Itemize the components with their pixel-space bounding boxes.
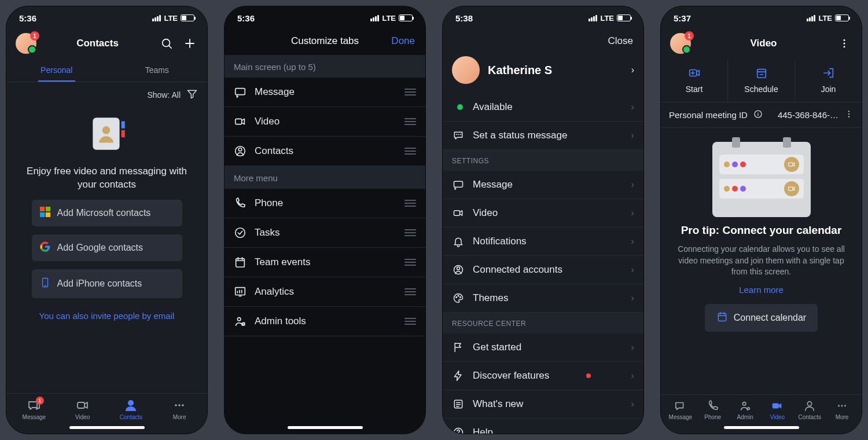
sheet-header: Close (443, 27, 643, 49)
nav-phone[interactable]: Phone (698, 399, 727, 420)
video-icon (452, 207, 465, 219)
nav-video[interactable]: Video (763, 399, 792, 420)
svg-point-22 (237, 318, 241, 321)
svg-rect-15 (236, 89, 245, 95)
nav-more[interactable]: More (827, 399, 856, 420)
status-indicators: LTE (589, 14, 631, 23)
resource-help[interactable]: Help› (443, 419, 643, 434)
svg-point-33 (844, 39, 845, 41)
profile-row[interactable]: Katherine S › (443, 49, 643, 93)
tab-item-admin-tools[interactable]: Admin tools (225, 307, 425, 336)
tab-personal[interactable]: Personal (6, 60, 107, 82)
tab-item-analytics[interactable]: Analytics (225, 277, 425, 307)
tab-item-phone[interactable]: Phone (225, 189, 425, 218)
svg-rect-6 (45, 207, 50, 211)
show-label: Show: All (147, 90, 181, 100)
add-iphone-button[interactable]: Add iPhone contacts (32, 269, 182, 298)
battery-icon (399, 14, 413, 21)
tab-item-team-events[interactable]: Team events (225, 248, 425, 277)
resource-whats-new[interactable]: What's new› (443, 390, 643, 419)
svg-rect-37 (757, 69, 766, 78)
signal-icon (589, 15, 597, 21)
svg-point-34 (844, 43, 845, 45)
svg-point-45 (742, 402, 746, 406)
settings-message[interactable]: Message› (443, 171, 643, 199)
tip-title: Pro tip: Connect your calendar (681, 224, 842, 237)
help-icon (452, 427, 465, 434)
clock: 5:37 (674, 13, 691, 23)
schedule-button[interactable]: Schedule (728, 60, 795, 102)
learn-more-link[interactable]: Learn more (739, 285, 784, 295)
done-button[interactable]: Done (386, 35, 415, 47)
nav-message[interactable]: Message (666, 399, 695, 420)
drag-handle-icon[interactable] (404, 229, 416, 236)
more-icon[interactable] (836, 35, 852, 52)
calendar-illustration (712, 142, 811, 217)
add-icon[interactable] (182, 35, 198, 52)
search-icon[interactable] (159, 35, 175, 52)
tip-description: Connecting your calendar allows you to s… (674, 244, 849, 278)
battery-icon (181, 14, 194, 21)
start-button[interactable]: Start (661, 60, 728, 102)
tab-item-tasks[interactable]: Tasks (225, 218, 425, 248)
lightning-icon (452, 370, 465, 382)
add-google-button[interactable]: Add Google contacts (32, 234, 182, 261)
nav-contacts[interactable]: Contacts (116, 398, 145, 420)
resource-discover-features[interactable]: Discover features› (443, 362, 643, 390)
tab-item-message[interactable]: Message (225, 78, 425, 107)
svg-point-48 (808, 402, 812, 406)
status-dot-icon (457, 104, 463, 110)
drag-handle-icon[interactable] (404, 200, 416, 207)
connect-calendar-button[interactable]: Connect calendar (705, 304, 818, 332)
status-bar: 5:36 LTE (225, 6, 425, 27)
join-button[interactable]: Join (795, 60, 862, 102)
filter-icon[interactable] (186, 88, 198, 101)
svg-point-30 (460, 297, 461, 298)
nav-contacts[interactable]: Contacts (795, 399, 824, 420)
settings-themes[interactable]: Themes› (443, 284, 643, 313)
svg-rect-25 (454, 211, 460, 215)
network-label: LTE (382, 14, 396, 23)
home-indicator[interactable] (69, 426, 145, 429)
info-icon[interactable] (753, 109, 763, 120)
drag-handle-icon[interactable] (404, 89, 416, 96)
profile-avatar[interactable]: 1 (16, 33, 36, 54)
resource-get-started[interactable]: Get started› (443, 333, 643, 362)
home-indicator[interactable] (724, 426, 799, 429)
nav-video[interactable]: Video (68, 398, 97, 420)
svg-rect-10 (78, 402, 84, 408)
home-indicator[interactable] (288, 426, 363, 429)
status-available-row[interactable]: Available › (443, 93, 643, 122)
section-resource-center: RESOURCE CENTER (443, 313, 643, 333)
profile-avatar[interactable]: 1 (670, 33, 691, 54)
settings-connected-accounts[interactable]: Connected accounts› (443, 256, 643, 284)
svg-rect-3 (121, 130, 124, 137)
drag-handle-icon[interactable] (404, 288, 416, 295)
nav-message[interactable]: 1 Message (20, 398, 49, 420)
settings-notifications[interactable]: Notifications› (443, 228, 643, 256)
invite-email-link[interactable]: You can also invite people by email (39, 311, 175, 321)
tab-item-contacts[interactable]: Contacts (225, 137, 425, 166)
close-button[interactable]: Close (608, 35, 633, 47)
settings-video[interactable]: Video› (443, 199, 643, 228)
personal-meeting-row[interactable]: Personal meeting ID 445-368-846-… (661, 102, 862, 128)
news-icon (452, 398, 465, 410)
chevron-right-icon: › (631, 179, 634, 190)
calendar-icon (234, 256, 247, 269)
drag-handle-icon[interactable] (404, 318, 416, 325)
google-icon (40, 241, 50, 254)
drag-handle-icon[interactable] (404, 118, 416, 125)
tasks-icon (234, 226, 247, 239)
calendar-icon (755, 67, 768, 81)
video-icon (234, 115, 247, 128)
nav-more[interactable]: More (165, 398, 194, 420)
svg-rect-5 (40, 207, 45, 211)
more-icon[interactable] (844, 109, 854, 120)
drag-handle-icon[interactable] (404, 259, 416, 266)
status-message-row[interactable]: Set a status message › (443, 122, 643, 150)
drag-handle-icon[interactable] (404, 148, 416, 155)
tab-item-video[interactable]: Video (225, 107, 425, 137)
nav-admin[interactable]: Admin (731, 399, 760, 420)
tab-teams[interactable]: Teams (107, 60, 208, 82)
add-microsoft-button[interactable]: Add Microsoft contacts (32, 200, 182, 226)
